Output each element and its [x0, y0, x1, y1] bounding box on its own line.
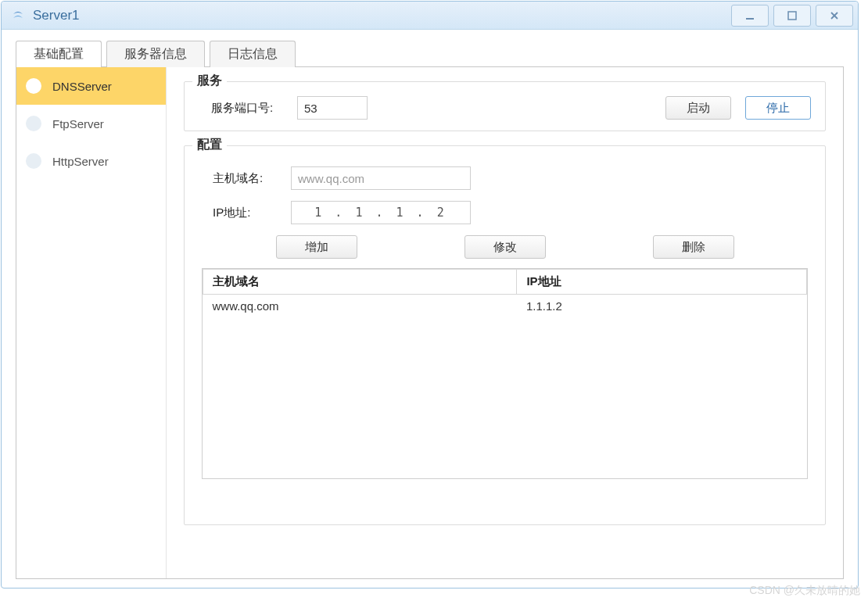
- tab-body: DNSServer FtpServer HttpServer 服务 服务端口号:: [16, 66, 844, 579]
- port-label: 服务端口号:: [211, 101, 297, 116]
- content-area: 基础配置 服务器信息 日志信息 DNSServer FtpServer Http…: [2, 30, 858, 590]
- sidebar-item-label: HttpServer: [52, 155, 109, 168]
- tab-server-info[interactable]: 服务器信息: [106, 41, 205, 67]
- config-legend: 配置: [192, 137, 227, 153]
- status-indicator-icon: [26, 153, 41, 169]
- titlebar: Server1: [2, 2, 858, 30]
- window-title: Server1: [33, 8, 80, 23]
- table-row[interactable]: www.qq.com 1.1.1.2: [203, 295, 807, 318]
- port-input[interactable]: [297, 96, 368, 120]
- sidebar-item-label: FtpServer: [52, 117, 104, 131]
- hostname-input[interactable]: [291, 166, 471, 190]
- sidebar-item-ftpserver[interactable]: FtpServer: [16, 105, 166, 142]
- dns-table-wrap[interactable]: 主机域名 IP地址 www.qq.com 1.1.1.2: [202, 268, 808, 479]
- service-fieldset: 服务 服务端口号: 启动 停止: [184, 81, 826, 131]
- delete-button[interactable]: 删除: [653, 235, 734, 259]
- main-panel: 服务 服务端口号: 启动 停止 配置 主机域名:: [167, 67, 843, 578]
- dns-table: 主机域名 IP地址 www.qq.com 1.1.1.2: [203, 269, 807, 317]
- status-indicator-icon: [26, 78, 41, 94]
- hostname-label: 主机域名:: [213, 171, 291, 186]
- app-window: Server1 基础配置 服务器信息 日志信息 DNSServer: [1, 1, 859, 588]
- window-controls: [726, 5, 853, 27]
- cell-ip: 1.1.1.2: [517, 295, 807, 318]
- stop-button[interactable]: 停止: [745, 96, 811, 120]
- sidebar-item-httpserver[interactable]: HttpServer: [16, 142, 166, 180]
- add-button[interactable]: 增加: [276, 235, 357, 259]
- sidebar-item-dnsserver[interactable]: DNSServer: [16, 67, 166, 105]
- service-legend: 服务: [192, 73, 227, 89]
- app-icon: [9, 7, 27, 24]
- maximize-button[interactable]: [773, 5, 811, 27]
- status-indicator-icon: [26, 116, 41, 131]
- table-header-ip[interactable]: IP地址: [517, 270, 807, 295]
- ip-input[interactable]: 1 . 1 . 1 . 2: [291, 201, 471, 224]
- sidebar: DNSServer FtpServer HttpServer: [16, 67, 167, 578]
- modify-button[interactable]: 修改: [464, 235, 546, 259]
- minimize-button[interactable]: [731, 5, 769, 27]
- tab-basic-config[interactable]: 基础配置: [16, 41, 102, 67]
- svg-rect-1: [788, 12, 796, 20]
- cell-host: www.qq.com: [203, 295, 517, 318]
- tab-log-info[interactable]: 日志信息: [210, 41, 296, 67]
- ip-label: IP地址:: [213, 206, 291, 220]
- table-header-host[interactable]: 主机域名: [203, 270, 517, 295]
- start-button[interactable]: 启动: [665, 96, 731, 120]
- close-button[interactable]: [816, 5, 853, 27]
- sidebar-item-label: DNSServer: [52, 80, 112, 93]
- tab-strip: 基础配置 服务器信息 日志信息: [16, 41, 844, 67]
- config-fieldset: 配置 主机域名: IP地址: 1 . 1 . 1 . 2 增加 修改 删除: [184, 145, 826, 525]
